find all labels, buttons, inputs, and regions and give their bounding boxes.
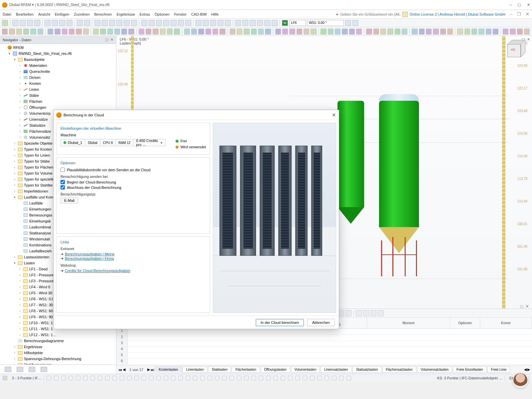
tool-icon[interactable] — [373, 29, 379, 35]
tree-node[interactable]: Berechnungsdiagramme — [0, 338, 116, 344]
status-tool-icon[interactable] — [251, 376, 256, 380]
tool-icon[interactable] — [342, 29, 347, 35]
status-tool-icon[interactable] — [134, 376, 139, 380]
tool-icon[interactable] — [250, 20, 256, 26]
menu-ergebnisse[interactable]: Ergebnisse — [117, 12, 135, 16]
col-komm[interactable]: Komm — [480, 318, 532, 329]
lf-type-badge[interactable]: W — [282, 20, 288, 26]
close-icon[interactable]: ✕ — [527, 3, 530, 7]
grid-close-icon[interactable]: ✕ — [526, 304, 529, 309]
grid-row[interactable]: 5 — [116, 353, 532, 359]
tree-node[interactable]: ›Knoten — [0, 80, 116, 86]
grid-tab[interactable]: Liniensatzlasten — [321, 366, 352, 373]
grid-tool-icon[interactable] — [370, 310, 376, 316]
tool-icon[interactable] — [12, 20, 18, 26]
btn-cancel[interactable]: Abbrechen — [307, 319, 335, 326]
grid-tool-icon[interactable] — [345, 310, 351, 316]
tool-icon[interactable] — [493, 29, 498, 35]
tree-node[interactable]: ›Linien — [0, 86, 116, 92]
status-icon[interactable] — [3, 376, 7, 380]
tool-icon[interactable] — [52, 20, 58, 26]
tool-icon[interactable] — [76, 29, 81, 35]
status-tool-icon[interactable] — [164, 376, 168, 380]
tool-icon[interactable] — [124, 20, 130, 26]
tool-icon[interactable] — [94, 20, 100, 26]
maximize-icon[interactable]: ▢ — [518, 3, 521, 7]
orientation-cube[interactable]: +U — [505, 40, 525, 60]
nav-tab-icon[interactable] — [5, 367, 11, 372]
tool-icon[interactable] — [311, 29, 316, 35]
tool-icon[interactable] — [191, 29, 197, 35]
tool-icon[interactable] — [387, 29, 393, 35]
col-moment[interactable]: Moment — [367, 318, 450, 329]
tool-icon[interactable] — [205, 29, 211, 35]
tool-icon[interactable] — [184, 29, 190, 35]
tool-icon[interactable] — [251, 29, 257, 35]
tool-icon[interactable] — [34, 20, 40, 26]
status-tool-icon[interactable] — [186, 376, 190, 380]
status-tool-icon[interactable] — [178, 376, 183, 380]
tool-icon[interactable] — [335, 29, 340, 35]
tool-icon[interactable] — [128, 29, 134, 35]
status-tool-icon[interactable] — [83, 376, 88, 380]
grid-tab[interactable]: Flächensatzlasten — [382, 366, 417, 373]
status-tool-icon[interactable] — [222, 376, 227, 380]
page-first-icon[interactable]: ⏮ — [118, 368, 122, 372]
grid-tab[interactable]: Linienlasten — [183, 366, 207, 373]
grid-tool-icon[interactable] — [363, 310, 369, 316]
grid-tool-icon[interactable] — [378, 310, 384, 316]
status-tool-icon[interactable] — [61, 376, 66, 380]
tool-icon[interactable] — [345, 20, 351, 26]
tool-icon[interactable] — [356, 29, 362, 35]
tree-node[interactable]: ›Hilfsobjekte — [0, 350, 116, 356]
tool-icon[interactable] — [272, 20, 278, 26]
tool-icon[interactable] — [153, 29, 158, 35]
menu-datei[interactable]: Datei — [3, 12, 11, 16]
grid-tab[interactable]: Volumensatzlasten — [417, 366, 452, 373]
grid-tab[interactable]: Freie Linie — [487, 366, 510, 373]
tool-icon[interactable] — [225, 20, 231, 26]
tool-icon[interactable] — [219, 29, 225, 35]
status-tool-icon[interactable] — [346, 376, 351, 380]
menu-cadbim[interactable]: CAD-BIM — [191, 12, 206, 16]
tool-icon[interactable] — [503, 29, 508, 35]
tool-icon[interactable] — [212, 29, 218, 35]
status-tool-icon[interactable] — [325, 376, 329, 380]
status-tool-icon[interactable] — [76, 376, 80, 380]
tree-node[interactable]: ›Spannungs-Dehnungs-Berechnung — [0, 356, 116, 362]
menu-extras[interactable]: Extras — [140, 12, 150, 16]
chk-notify-start[interactable]: Beginn der Cloud-Berechnung — [61, 180, 206, 184]
status-tool-icon[interactable] — [237, 376, 241, 380]
tool-icon[interactable] — [156, 20, 162, 26]
chk-plausibility[interactable]: Plausibilitätskontrolle vor dem Senden a… — [61, 168, 206, 172]
menu-ansicht[interactable]: Ansicht — [38, 12, 50, 16]
status-tool-icon[interactable] — [90, 376, 95, 380]
status-tool-icon[interactable] — [112, 376, 117, 380]
status-tool-icon[interactable] — [339, 376, 344, 380]
panel-pin-icon[interactable]: ▢ — [105, 38, 108, 42]
tool-icon[interactable] — [457, 29, 463, 35]
tree-node[interactable]: ›Dicken — [0, 74, 116, 80]
tool-icon[interactable] — [471, 29, 477, 35]
tree-node[interactable]: ›Querschnitte — [0, 68, 116, 74]
tree-node[interactable]: ›Flächen — [0, 98, 116, 104]
tool-icon[interactable] — [210, 20, 216, 26]
grid-tab[interactable]: Stablasten — [208, 366, 231, 373]
status-tool-icon[interactable] — [156, 376, 161, 380]
tabs-scroll-left-icon[interactable]: ◀ — [524, 367, 527, 372]
tool-icon[interactable] — [160, 29, 166, 35]
grid-tab[interactable]: Öffnungslasten — [261, 366, 290, 373]
tool-icon[interactable] — [139, 29, 144, 35]
tool-icon[interactable] — [109, 20, 115, 26]
page-last-icon[interactable]: ⏭ — [151, 368, 154, 372]
status-tool-icon[interactable] — [127, 376, 132, 380]
menu-optionen[interactable]: Optionen — [155, 12, 170, 16]
minimize-icon[interactable]: – — [510, 3, 512, 7]
grid-row[interactable]: 6 — [116, 359, 532, 365]
tool-icon[interactable] — [433, 29, 439, 35]
tree-node[interactable]: ›Stäbe — [0, 92, 116, 98]
tool-icon[interactable] — [185, 20, 191, 26]
status-tool-icon[interactable] — [142, 376, 146, 380]
status-tool-icon[interactable] — [200, 376, 205, 380]
dialog-close-icon[interactable]: ✕ — [332, 112, 336, 118]
